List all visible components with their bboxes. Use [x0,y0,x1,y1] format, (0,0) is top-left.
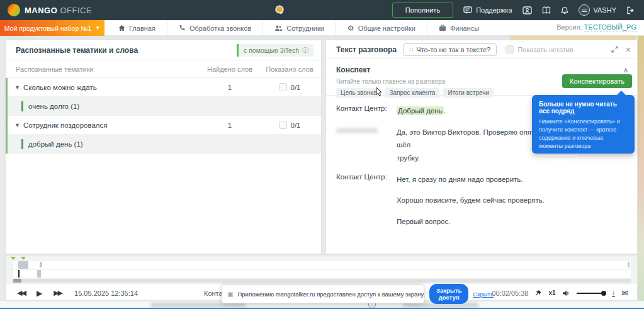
column-shown: Показано слов [258,65,321,73]
home-icon [118,25,125,31]
summary-section: Конспект ∧ Читайте только главное из раз… [326,59,637,96]
found-count: 1 [201,84,258,91]
chat-icon [463,6,472,14]
nav-label: Главная [129,25,155,32]
message-text: Хорошо повисите, будем сейчас проверять. [397,194,604,207]
tag-call-goal[interactable]: Цель звонка [336,88,381,98]
column-topic: Распознанные тематики [16,65,201,73]
logo-suffix: OFFICE [60,6,92,15]
product-set-tab[interactable]: Мой продуктовый набор №1 ▼ [0,20,105,36]
playhead[interactable] [18,270,20,278]
show-words-checkbox[interactable] [279,121,287,129]
message-post: шёл [397,141,410,149]
support-button[interactable]: Поддержка [463,6,512,14]
transcript-title: Текст разговора [336,45,397,54]
address-book-icon[interactable] [542,6,551,14]
checkbox-icon [506,45,514,53]
background-edge [638,36,644,301]
show-words-checkbox[interactable] [279,83,287,91]
notification-text: Приложению mangotalker.ru предоставлен д… [237,291,425,298]
keyword-marker[interactable] [21,257,26,260]
navbar: Мой продуктовый набор №1 ▼ Главная Обраб… [0,20,644,36]
tooltip-ok-button[interactable]: Понятно [539,155,577,167]
softphone-headset-icon[interactable] [273,4,286,16]
contact-card-icon[interactable] [523,6,532,14]
nav-item-finances[interactable]: Финансы [427,20,490,36]
topic-label: Сотрудник поздоровался [23,121,201,129]
show-negative-checkbox[interactable]: Показать негатив [506,45,573,53]
stop-sharing-button[interactable]: Закрыть доступ [429,284,468,304]
feedback-icon: ∷ [409,46,413,53]
user-name: VASHY [594,6,616,14]
hide-link[interactable]: Скрыть [473,291,493,298]
topics-panel-title: Распознанные тематики и слова [16,46,138,55]
keyword-marker[interactable] [11,257,16,260]
word-marker [21,101,23,111]
nav-item-call-processing[interactable]: Обработка звонков [167,20,263,36]
fast-forward-button[interactable]: ▶▶ [54,289,62,297]
version-link[interactable]: ТЕСТОВЫЙ_PG [584,23,636,31]
speaker-label: Контакт Центр: [336,173,397,186]
waveform-area[interactable] [6,256,637,284]
product-set-label: Мой продуктовый набор №1 [4,25,92,32]
negative-label: Показать негатив [517,46,573,53]
summarize-button[interactable]: Конспектировать [562,74,632,88]
avatar [579,4,590,16]
topics-table-header: Распознанные тематики Найдено слов Показ… [6,60,321,78]
table-row-topic[interactable]: ▼ Сотрудник поздоровался 1 0/1 [8,116,321,135]
shown-count: 0/1 [291,84,301,91]
message-row: Первый вопрос. [336,215,627,228]
waveform-track-2[interactable] [13,270,631,278]
volume-icon[interactable] [562,289,570,297]
mango-logo-icon [8,4,20,16]
tag-meeting-results[interactable]: Итоги встречи [443,88,494,98]
nav-label: Обработка звонков [189,25,251,32]
recognized-topics-panel: Распознанные тематики и слова с помощью … [5,40,322,254]
text-feedback-button[interactable]: ∷ Что-то не так в тексте? [403,43,497,56]
people-icon [274,25,283,31]
nav-item-home[interactable]: Главная [107,20,167,36]
found-count: 1 [201,121,258,129]
user-menu[interactable]: VASHY [579,4,616,16]
playback-time: 00:02/05:38 [492,289,528,297]
chevron-down-icon[interactable]: ▼ [14,122,23,128]
download-icon[interactable]: ↓ [612,289,616,297]
close-icon[interactable]: × [626,45,631,54]
highlighted-phrase: Добрый день [397,106,444,115]
table-row-word[interactable]: очень долго (1) [8,97,321,116]
waveform-track-1[interactable] [13,261,631,269]
playback-speed[interactable]: x1 [548,289,555,296]
nav-item-employees[interactable]: Сотрудники [263,20,336,36]
3itech-badge: с помощью 3iTech ⓘ [237,44,314,57]
pin-icon[interactable] [534,289,542,297]
message-text: Первый вопрос. [397,215,604,228]
tag-client-request[interactable]: Запрос клиента [385,88,439,98]
chevron-down-icon[interactable]: ▼ [14,84,23,91]
chevron-up-icon[interactable]: ∧ [623,66,628,74]
email-icon[interactable]: ✉ [621,288,628,298]
table-row-word[interactable]: добрый день (1) [8,135,321,154]
message-line2: трубку. [397,154,420,162]
waveform-scrollbar[interactable] [13,279,631,283]
nav-label: Финансы [450,25,479,32]
play-button[interactable]: ▶ [37,289,42,298]
nav-label: Общие настройки [358,25,415,32]
word-label: добрый день (1) [28,140,321,148]
volume-slider[interactable] [577,293,606,294]
mouse-cursor [376,87,383,99]
topup-button[interactable]: Пополнить [392,3,453,18]
nav-item-general-settings[interactable]: ⚙ Общие настройки [336,20,427,36]
notifications-bell-icon[interactable] [561,6,568,14]
gear-icon: ⚙ [347,25,354,32]
volume-knob[interactable] [601,291,606,296]
expand-icon[interactable] [611,46,618,53]
logout-icon[interactable] [626,6,635,14]
info-icon[interactable]: ⓘ [302,46,308,55]
table-row-topic[interactable]: ▼ Сколько можно ждать 1 0/1 [8,78,321,97]
scrollbar-handle[interactable] [13,279,21,283]
mango-office-logo[interactable]: MANGO OFFICE [8,4,92,16]
rewind-button[interactable]: ◀◀ [17,289,25,297]
feedback-label: Что-то не так в тексте? [416,46,490,53]
word-label: очень долго (1) [28,103,321,110]
message-text: Нет, я сразу по дням надо проверить. [397,173,604,186]
